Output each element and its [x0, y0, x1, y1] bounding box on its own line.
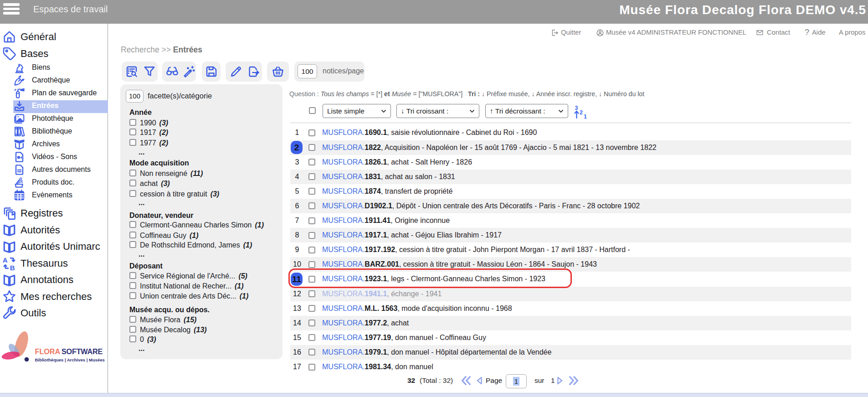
svg-text:FLORA: FLORA: [35, 347, 61, 356]
svg-text:SOFTWARE: SOFTWARE: [62, 347, 103, 356]
svg-text:A: A: [3, 256, 8, 264]
svg-text:3: 3: [575, 105, 578, 111]
svg-text:1: 1: [584, 113, 587, 119]
svg-text:Bibliothèques | Archives | Mus: Bibliothèques | Archives | Musées: [35, 357, 105, 362]
svg-text:2: 2: [580, 109, 583, 116]
svg-text:B: B: [10, 264, 15, 272]
